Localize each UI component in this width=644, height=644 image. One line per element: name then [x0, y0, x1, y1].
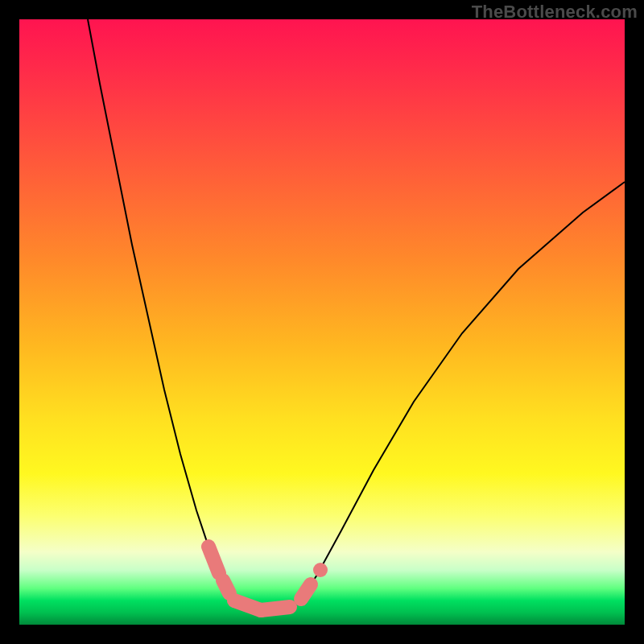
watermark-text: TheBottleneck.com — [472, 2, 638, 23]
chart-svg — [19, 19, 625, 625]
curve-right-branch — [290, 182, 625, 609]
plot-area — [19, 19, 625, 625]
highlight-segment — [301, 584, 311, 599]
highlight-segment — [261, 607, 290, 610]
curve-left-branch — [88, 19, 245, 609]
highlight-segment — [208, 547, 219, 573]
highlight-segment — [223, 580, 229, 593]
highlight-point — [313, 563, 328, 577]
highlight-group — [208, 547, 328, 610]
